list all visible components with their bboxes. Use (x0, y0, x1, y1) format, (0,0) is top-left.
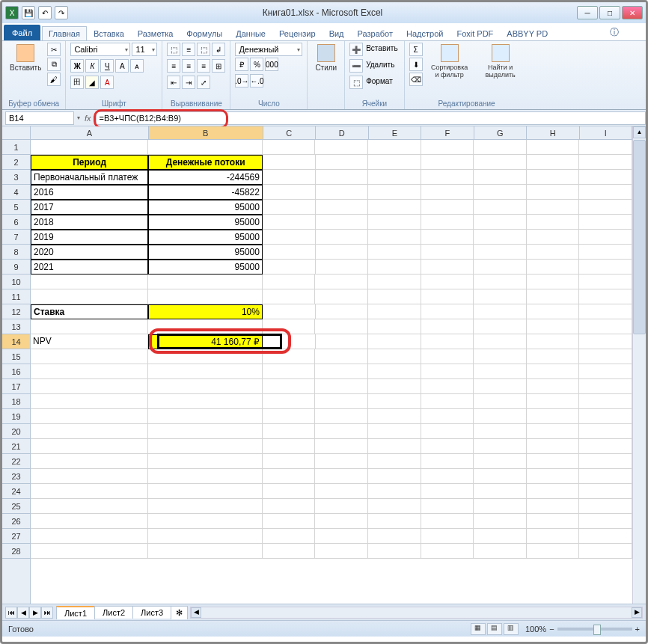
font-name-combo[interactable]: Calibri (70, 43, 130, 56)
copy-button[interactable]: ⧉ (47, 58, 61, 71)
cell-G24[interactable] (474, 484, 527, 499)
cell-B19[interactable] (148, 409, 263, 424)
sheet-tab-1[interactable]: Лист1 (56, 606, 95, 619)
row-header-14[interactable]: 14 (2, 334, 30, 349)
cell-D1[interactable] (315, 140, 368, 155)
cell-E18[interactable] (368, 394, 421, 409)
cell-B3[interactable]: -244569 (148, 170, 263, 185)
cell-G8[interactable] (474, 245, 527, 260)
cell-E27[interactable] (368, 529, 421, 544)
percent-button[interactable]: % (250, 58, 263, 71)
cell-D16[interactable] (315, 364, 368, 379)
cell-B28[interactable] (148, 544, 263, 559)
cell-D15[interactable] (315, 349, 368, 364)
font-size-combo[interactable]: 11 (132, 43, 157, 56)
cell-I5[interactable] (579, 200, 632, 215)
tab-view[interactable]: Вид (323, 26, 351, 40)
cell-B15[interactable] (148, 349, 263, 364)
cell-E25[interactable] (368, 499, 421, 514)
row-header-21[interactable]: 21 (2, 439, 30, 454)
cell-G27[interactable] (474, 529, 527, 544)
cell-B21[interactable] (148, 439, 263, 454)
cells-grid[interactable]: ПериодДенежные потокиПервоначальный плат… (31, 140, 632, 604)
cell-G1[interactable] (474, 140, 527, 155)
cell-F14[interactable] (421, 334, 474, 349)
cell-E2[interactable] (368, 155, 421, 170)
cell-C25[interactable] (263, 499, 316, 514)
cell-A12[interactable]: Ставка (31, 304, 148, 319)
sheet-tab-2[interactable]: Лист2 (94, 606, 133, 619)
cell-A2[interactable]: Период (31, 155, 148, 170)
cell-C11[interactable] (263, 289, 316, 304)
cell-D12[interactable] (316, 304, 369, 319)
cell-B22[interactable] (148, 454, 263, 469)
tab-addins[interactable]: Надстрой (400, 26, 450, 40)
cell-I2[interactable] (579, 155, 632, 170)
cell-A28[interactable] (31, 544, 148, 559)
cell-I1[interactable] (579, 140, 632, 155)
cell-C3[interactable] (263, 170, 316, 185)
col-header-i[interactable]: I (580, 126, 633, 139)
cell-H17[interactable] (527, 379, 580, 394)
cell-D22[interactable] (315, 454, 368, 469)
cell-F15[interactable] (421, 349, 474, 364)
cell-D2[interactable] (316, 155, 369, 170)
cell-E4[interactable] (368, 185, 421, 200)
scroll-thumb[interactable] (633, 140, 646, 334)
row-header-18[interactable]: 18 (2, 394, 30, 409)
cell-C22[interactable] (263, 454, 316, 469)
cell-C18[interactable] (263, 394, 316, 409)
cell-G20[interactable] (474, 424, 527, 439)
cell-F6[interactable] (421, 215, 474, 230)
row-header-19[interactable]: 19 (2, 409, 30, 424)
cell-E10[interactable] (368, 275, 421, 289)
cell-F17[interactable] (421, 379, 474, 394)
cell-A23[interactable] (31, 469, 148, 484)
col-header-a[interactable]: A (31, 126, 149, 139)
cell-D23[interactable] (315, 469, 368, 484)
cell-E5[interactable] (368, 200, 421, 215)
cell-F26[interactable] (421, 514, 474, 529)
new-sheet-button[interactable]: ✻ (171, 606, 188, 619)
cell-F24[interactable] (421, 484, 474, 499)
cell-H4[interactable] (527, 185, 580, 200)
font-grow-button[interactable]: A (115, 59, 129, 73)
cell-I10[interactable] (579, 275, 632, 289)
cell-E12[interactable] (368, 304, 421, 319)
cell-B6[interactable]: 95000 (148, 215, 263, 230)
row-header-24[interactable]: 24 (2, 484, 30, 499)
cell-D6[interactable] (316, 215, 369, 230)
cell-C17[interactable] (263, 379, 316, 394)
cell-F23[interactable] (421, 469, 474, 484)
cell-E8[interactable] (368, 245, 421, 260)
cell-F9[interactable] (421, 260, 474, 275)
cell-B17[interactable] (148, 379, 263, 394)
cell-G7[interactable] (474, 230, 527, 245)
align-middle-button[interactable]: ≡ (182, 43, 195, 56)
cell-I27[interactable] (579, 529, 632, 544)
cell-I13[interactable] (579, 319, 632, 334)
cell-B11[interactable] (148, 289, 263, 304)
col-header-e[interactable]: E (369, 126, 422, 139)
col-header-b[interactable]: B (149, 126, 263, 139)
zoom-level[interactable]: 100% (525, 625, 546, 634)
clear-button[interactable]: ⌫ (409, 73, 423, 86)
cell-C26[interactable] (263, 514, 316, 529)
cell-H27[interactable] (527, 529, 580, 544)
currency-button[interactable]: ₽ (235, 58, 248, 71)
row-header-23[interactable]: 23 (2, 469, 30, 484)
cell-D27[interactable] (315, 529, 368, 544)
cell-I23[interactable] (579, 469, 632, 484)
cell-G18[interactable] (474, 394, 527, 409)
cell-D25[interactable] (315, 499, 368, 514)
cell-C20[interactable] (263, 424, 316, 439)
cell-I4[interactable] (579, 185, 632, 200)
cell-F10[interactable] (421, 275, 474, 289)
cell-C12[interactable] (263, 304, 316, 319)
cell-A16[interactable] (31, 364, 148, 379)
fx-icon[interactable]: fx (80, 114, 96, 123)
cell-H6[interactable] (527, 215, 580, 230)
zoom-slider[interactable] (557, 628, 632, 631)
tab-abbyy[interactable]: ABBYY PD (500, 26, 554, 40)
cell-D3[interactable] (316, 170, 369, 185)
